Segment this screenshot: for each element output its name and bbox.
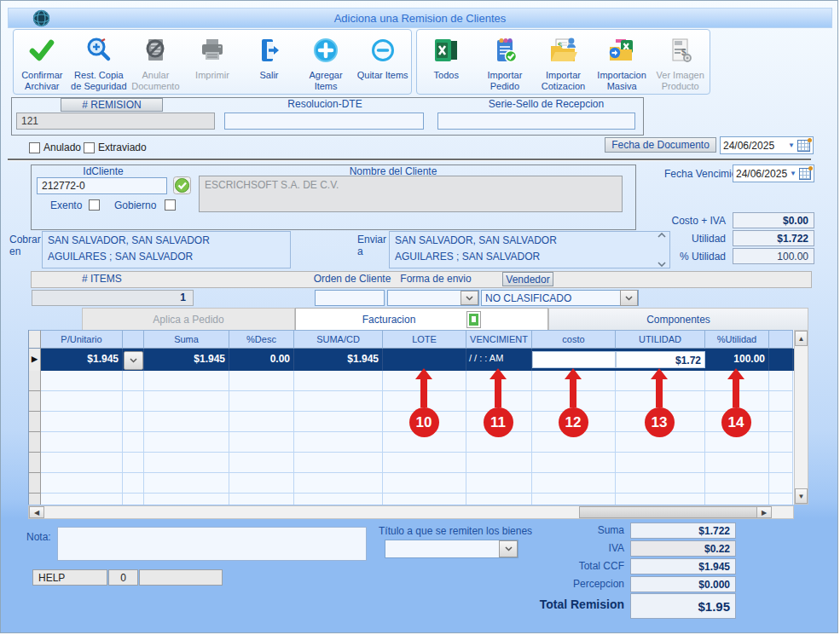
vendedor-button[interactable]: Vendedor (502, 272, 553, 286)
grid-cell[interactable] (616, 473, 705, 494)
grid-cell-costo[interactable] (532, 351, 616, 368)
grid-cell[interactable] (123, 391, 144, 412)
import-order-button[interactable]: Importar Pedido (477, 36, 533, 92)
grid-header-cell[interactable]: costo (532, 330, 616, 349)
grid-cell[interactable] (229, 494, 294, 505)
grid-cell[interactable] (41, 473, 123, 494)
grid-cell[interactable] (769, 371, 793, 391)
grid-cell[interactable] (769, 494, 793, 505)
grid-cell-suma[interactable]: $1.945 (144, 349, 229, 371)
grid-header-cell[interactable] (769, 330, 793, 349)
grid-header-cell[interactable]: P/Unitario (41, 330, 123, 349)
grid-cell[interactable] (466, 453, 532, 473)
remove-items-button[interactable]: Quitar Items (355, 36, 411, 81)
scroll-left-icon[interactable]: ◀ (29, 506, 44, 518)
grid-cell[interactable] (616, 494, 705, 505)
cell-dropdown-button[interactable] (124, 351, 143, 370)
grid-cell-extra[interactable] (769, 349, 793, 371)
restore-backup-button[interactable]: Rest. Copia de Seguridad (71, 36, 127, 92)
exento-checkbox[interactable] (89, 199, 100, 211)
idcliente-input[interactable]: 212772-0 (37, 177, 167, 194)
grid-cell[interactable] (616, 453, 705, 473)
grid-cell[interactable] (144, 494, 229, 505)
grid-header-cell[interactable]: SUMA/CD (294, 330, 383, 349)
extraviado-checkbox[interactable] (84, 142, 95, 153)
grid-cell[interactable] (769, 412, 793, 432)
grid-cell[interactable] (769, 453, 793, 473)
exit-button[interactable]: Salir (241, 36, 298, 81)
grid-cell-suma-cd[interactable]: $1.945 (294, 349, 383, 371)
grid-cell[interactable] (705, 473, 769, 494)
tab-componentes[interactable]: Componentes (548, 308, 808, 330)
grid-cell[interactable] (123, 473, 144, 494)
grid-cell[interactable] (41, 371, 123, 391)
serie-input[interactable] (437, 113, 635, 130)
row-selector-cell[interactable] (29, 473, 41, 494)
row-selector-cell[interactable] (29, 412, 41, 432)
nota-textarea[interactable] (57, 527, 367, 561)
chevron-down-icon[interactable] (461, 291, 478, 305)
print-button[interactable]: Imprimir (184, 36, 240, 81)
grid-cell[interactable] (294, 473, 383, 494)
grid-cell[interactable] (229, 473, 294, 494)
grid-header-cell[interactable]: UTILIDAD (616, 330, 705, 349)
grid-cell[interactable] (769, 391, 793, 412)
grid-cell[interactable] (229, 432, 294, 453)
grid-cell[interactable] (532, 473, 616, 494)
grid-cell[interactable] (294, 391, 383, 412)
resolucion-input[interactable] (224, 113, 424, 130)
enviar-textarea[interactable]: SAN SALVADOR, SAN SALVADOR AGUILARES ; S… (389, 231, 670, 268)
grid-cell[interactable] (144, 453, 229, 473)
grid-cell[interactable] (769, 432, 793, 453)
tab-aplica-a-pedido[interactable]: Aplica a Pedido (82, 308, 295, 330)
grid-header-cell[interactable]: Suma (144, 330, 229, 349)
grid-cell[interactable] (229, 412, 294, 432)
anulado-checkbox[interactable] (29, 142, 40, 153)
grid-cell[interactable] (383, 473, 466, 494)
grid-header-cell[interactable] (29, 330, 41, 349)
grid-cell-p-unitario[interactable]: $1.945 (41, 349, 123, 371)
grid-header-cell[interactable]: %Utilidad (705, 330, 769, 349)
fecha-documento-button[interactable]: Fecha de Documento (605, 137, 716, 153)
grid-cell[interactable] (229, 453, 294, 473)
calendar-icon[interactable] (799, 168, 811, 180)
grid-cell[interactable] (123, 412, 144, 432)
scroll-down-icon[interactable]: ▼ (795, 488, 808, 504)
grid-cell[interactable] (123, 453, 144, 473)
remision-number-button[interactable]: # REMISION (61, 98, 163, 112)
fecha-vencimiento-picker[interactable]: 24/06/2025 ▼ (733, 165, 814, 182)
scroll-up-icon[interactable]: ▲ (795, 331, 808, 346)
add-items-button[interactable]: Agregar Items (298, 36, 354, 92)
grid-cell[interactable] (294, 371, 383, 391)
grid-cell[interactable] (294, 494, 383, 505)
titulo-bienes-dropdown[interactable] (385, 540, 518, 558)
grid-header-cell[interactable]: LOTE (383, 330, 466, 349)
grid-header-cell[interactable]: VENCIMIENT (466, 330, 532, 349)
gobierno-checkbox[interactable] (165, 199, 176, 211)
calendar-icon[interactable] (797, 140, 810, 152)
grid-hscrollbar[interactable]: ◀ ▶ (28, 505, 794, 519)
title-bar[interactable]: Adiciona una Remision de Clientes (8, 8, 832, 28)
cobrar-textarea[interactable]: SAN SALVADOR, SAN SALVADOR AGUILARES ; S… (42, 231, 291, 268)
view-product-image-button[interactable]: $ Ver Imagen Producto (652, 36, 709, 92)
todos-button[interactable]: Todos (418, 36, 474, 81)
scrollbar-thumb[interactable] (579, 506, 764, 518)
void-document-button[interactable]: Anular Documento (127, 36, 183, 92)
forma-envio-dropdown[interactable] (387, 290, 479, 306)
orden-cliente-input[interactable] (315, 290, 385, 306)
grid-header-cell[interactable]: %Desc (229, 330, 294, 349)
grid-vscrollbar[interactable]: ▲ ▼ (794, 330, 808, 505)
grid-header-cell[interactable] (123, 330, 144, 349)
fecha-documento-picker[interactable]: 24/06/2025 ▼ (720, 136, 814, 154)
grid-cell[interactable] (41, 412, 123, 432)
enviar-scrollbar[interactable] (656, 233, 668, 267)
grid-cell[interactable] (705, 453, 769, 473)
grid-cell[interactable] (144, 412, 229, 432)
tab-facturacion[interactable]: Facturacion (295, 308, 548, 330)
grid-cell[interactable] (41, 391, 123, 412)
grid-cell[interactable] (41, 453, 123, 473)
grid-cell[interactable] (466, 473, 532, 494)
grid-cell[interactable] (229, 391, 294, 412)
grid-cell-utilidad[interactable]: $1.72 (616, 351, 705, 368)
grid-cell[interactable] (123, 494, 144, 505)
